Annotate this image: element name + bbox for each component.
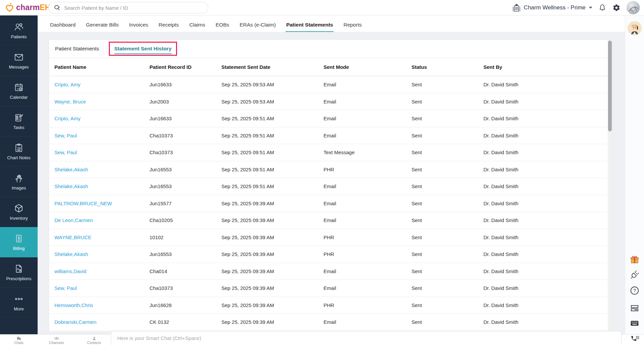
notifications-bell-icon[interactable] xyxy=(598,4,606,12)
sidebar-item[interactable]: CC Chart Notes xyxy=(0,136,38,167)
patient-name-link[interactable]: Shelake,Akash xyxy=(54,167,149,172)
chevron-down-icon xyxy=(589,7,592,9)
dialer-phone-icon[interactable] xyxy=(631,335,639,344)
sidebar-item[interactable]: $ Billing xyxy=(0,227,38,257)
chat-tab[interactable]: Chats xyxy=(0,335,38,345)
sent-mode: Email xyxy=(324,319,412,325)
smart-chat-placeholder: Here is your Smart Chat (Ctrl+Space) xyxy=(117,335,201,341)
settings-gear-icon[interactable] xyxy=(612,4,620,12)
sent-mode: Email xyxy=(324,201,412,206)
sent-mode: Email xyxy=(324,217,412,223)
sidebar-item-icon: 12 xyxy=(14,82,24,92)
nav-tab-label: Dashboard xyxy=(50,22,76,28)
sidebar-item-icon: R xyxy=(14,264,24,274)
billing-nav-tab[interactable]: Dashboard xyxy=(49,22,76,32)
smart-chat-input[interactable]: Here is your Smart Chat (Ctrl+Space) xyxy=(111,331,621,345)
statement-sent-date: Sep 25, 2025 09:39 AM xyxy=(221,285,324,291)
sidebar-item[interactable]: Messages xyxy=(0,46,38,76)
nav-tab-label: ERAs (e-Claim) xyxy=(240,22,276,28)
billing-nav-tab[interactable]: EOBs xyxy=(215,22,230,32)
sidebar-item-label: Billing xyxy=(13,246,25,251)
billing-nav-tab[interactable]: Reports xyxy=(343,22,362,32)
patient-name-link[interactable]: PALTROW,BRUCE_NEW xyxy=(54,201,149,206)
charm-heart-icon xyxy=(5,2,15,12)
sidebar-item[interactable]: R Prescriptions xyxy=(0,257,38,288)
statement-sent-date: Sep 25, 2025 09:51 AM xyxy=(221,149,324,155)
patient-name-link[interactable]: williams,David xyxy=(54,268,149,274)
sent-by: Dr. David Smith xyxy=(483,217,612,223)
patient-record-id: Jun16553 xyxy=(149,167,221,172)
chat-tab[interactable]: Contacts xyxy=(75,335,113,345)
patient-search-input[interactable]: Search Patient by Name / ID xyxy=(48,2,208,13)
patient-name-link[interactable]: Shelake,Akash xyxy=(54,183,149,189)
billing-nav-tab[interactable]: Patient Statements xyxy=(286,22,334,32)
patient-name-link[interactable]: Sew, Paul xyxy=(54,149,149,155)
svg-text:CC: CC xyxy=(17,146,21,149)
column-header: Patient Record ID xyxy=(149,64,221,70)
sent-mode: Email xyxy=(324,133,412,138)
table-row: williams,David Cha014 Sep 25, 2025 09:39… xyxy=(49,263,612,280)
billing-nav-tab[interactable]: Generate Bills xyxy=(85,22,119,32)
patient-name-link[interactable]: De Leon,Carmen xyxy=(54,217,149,223)
sidebar-item-label: Messages xyxy=(9,64,29,70)
search-placeholder: Search Patient by Name / ID xyxy=(64,5,128,11)
sidebar-item[interactable]: More xyxy=(0,288,38,318)
sidebar-item[interactable]: Patients xyxy=(0,15,38,46)
column-header: Sent By xyxy=(483,64,612,70)
billing-nav-tab[interactable]: Claims xyxy=(188,22,206,32)
patient-record-id: 10102 xyxy=(149,234,221,240)
statement-sent-date: Sep 25, 2025 09:53 AM xyxy=(221,99,324,104)
table-scrollbar[interactable] xyxy=(608,40,612,332)
sidebar-item[interactable]: 12 Calendar xyxy=(0,76,38,106)
sent-by: Dr. David Smith xyxy=(483,251,612,257)
statement-sent-date: Sep 25, 2025 09:51 AM xyxy=(221,116,324,121)
sidebar-item[interactable]: Images xyxy=(0,167,38,197)
practice-selector[interactable]: Charm Wellness - Prime xyxy=(512,3,592,12)
patient-record-id: Cha10205 xyxy=(149,217,221,223)
sidebar-item[interactable]: Inventory xyxy=(0,197,38,227)
patient-name-link[interactable]: Sew, Paul xyxy=(54,133,149,138)
chat-tab[interactable]: Channels xyxy=(38,335,75,345)
statement-sub-tab[interactable]: Patient Statements xyxy=(54,43,100,55)
clinic-building-icon xyxy=(512,3,521,12)
help-icon[interactable]: ? xyxy=(630,286,640,296)
patient-name-link[interactable]: Sew, Paul xyxy=(54,285,149,291)
patient-name-link[interactable]: Cripto, Amy xyxy=(54,82,149,87)
sent-mode: Email xyxy=(324,285,412,291)
sent-by: Dr. David Smith xyxy=(483,149,612,155)
billing-nav-tab[interactable]: Receipts xyxy=(158,22,179,32)
sidebar-item-label: Calendar xyxy=(10,95,28,100)
patient-name-link[interactable]: Dobranski,Carmen xyxy=(54,319,149,325)
patient-name-link[interactable]: Hemsworth,Chris xyxy=(54,302,149,308)
nav-tab-label: Claims xyxy=(189,22,205,28)
sent-by: Dr. David Smith xyxy=(483,268,612,274)
user-avatar[interactable] xyxy=(627,1,640,14)
patient-name-link[interactable]: Wayne, Bruce xyxy=(54,99,149,104)
chat-tab-label: Contacts xyxy=(87,341,101,344)
billing-nav-tab[interactable]: ERAs (e-Claim) xyxy=(239,22,276,32)
integrations-plug-icon[interactable] xyxy=(630,270,640,280)
sent-by: Dr. David Smith xyxy=(483,201,612,206)
patient-name-link[interactable]: Cripto, Amy xyxy=(54,116,149,121)
sidebar-item-icon xyxy=(14,52,24,62)
sent-mode: Email xyxy=(324,82,412,87)
patient-name-link[interactable]: WAYNE,BRUCE xyxy=(54,234,149,240)
patient-name-link[interactable]: Shelake,Akash xyxy=(54,251,149,257)
table-row: Cripto, Amy Jun16633 Sep 25, 2025 09:53 … xyxy=(49,76,612,93)
whats-new-gift-icon[interactable] xyxy=(630,255,640,265)
sidebar-item-icon xyxy=(14,22,24,32)
billing-nav-tab[interactable]: Invoices xyxy=(128,22,149,32)
keyboard-shortcuts-icon[interactable] xyxy=(630,318,640,328)
utility-strip: ? xyxy=(625,15,644,334)
scrollbar-thumb[interactable] xyxy=(608,41,612,131)
status: Sent xyxy=(412,149,483,155)
assistant-avatar[interactable] xyxy=(628,21,641,35)
svg-text:12: 12 xyxy=(17,87,19,90)
main-sidebar: Patients Messages 12 Calendar Tasks CC C… xyxy=(0,15,38,334)
sidebar-item[interactable]: Tasks xyxy=(0,106,38,136)
patient-record-id: Jun16633 xyxy=(149,116,221,121)
layout-panels-icon[interactable] xyxy=(630,303,640,313)
statement-sub-tab[interactable]: Statement Sent History xyxy=(110,43,176,55)
nav-tab-label: Patient Statements xyxy=(286,22,333,28)
svg-text:$: $ xyxy=(18,235,20,240)
